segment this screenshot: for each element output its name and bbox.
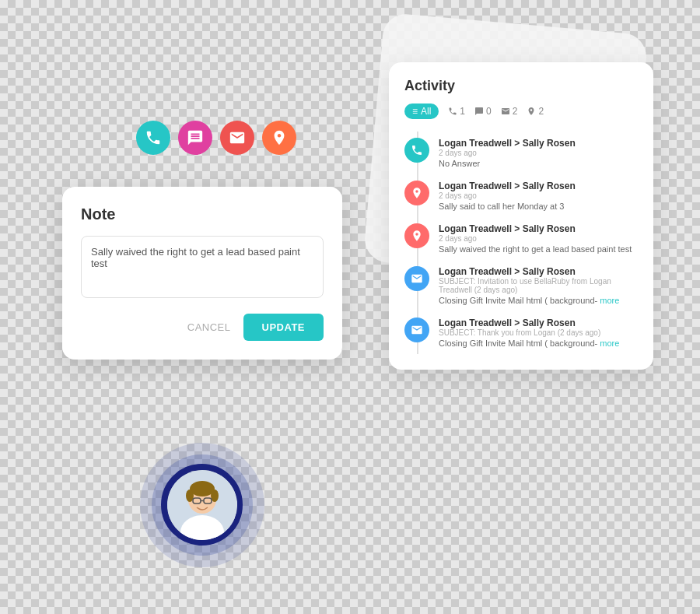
activity-body: Closing Gift Invite Mail html ( backgrou… (439, 296, 638, 305)
activity-content: Logan Treadwell > Sally Rosen 2 days ago… (439, 223, 638, 254)
chat-button[interactable] (178, 121, 212, 155)
activity-sender: Logan Treadwell > Sally Rosen (439, 318, 638, 328)
activity-sender: Logan Treadwell > Sally Rosen (439, 138, 638, 149)
activity-subject: SUBJECT: Invitation to use BellaRuby fro… (439, 277, 638, 294)
tab-email-count: 2 (513, 106, 518, 117)
note-textarea[interactable]: Sally waived the right to get a lead bas… (81, 236, 324, 298)
note-card: Note Sally waived the right to get a lea… (62, 187, 342, 360)
avatar-section (140, 443, 264, 567)
tab-phone-count: 1 (460, 106, 465, 117)
tab-all-label: All (421, 106, 431, 117)
email-button[interactable] (220, 121, 254, 155)
activity-tabs: ≡ All 1 0 2 2 (404, 104, 638, 119)
icon-buttons-row (136, 121, 296, 155)
cancel-button[interactable]: CANCEL (187, 321, 231, 333)
list-item: Logan Treadwell > Sally Rosen 2 days ago… (404, 132, 638, 174)
activity-content: Logan Treadwell > Sally Rosen 2 days ago… (439, 181, 638, 211)
tab-pin-count: 2 (538, 106, 544, 117)
activity-body: No Answer (439, 159, 638, 168)
filter-icon: ≡ (412, 106, 418, 117)
activity-time: 2 days ago (439, 149, 638, 157)
activity-sender: Logan Treadwell > Sally Rosen (439, 181, 638, 191)
pin-icon (404, 181, 429, 205)
avatar (167, 470, 237, 540)
activity-time: 2 days ago (439, 191, 638, 200)
activity-sender: Logan Treadwell > Sally Rosen (439, 266, 638, 277)
phone-button[interactable] (136, 121, 170, 155)
activity-body: Closing Gift Invite Mail html ( backgrou… (439, 339, 638, 348)
activity-title: Activity (404, 78, 638, 94)
tab-chat[interactable]: 0 (474, 106, 492, 117)
list-item: Logan Treadwell > Sally Rosen SUBJECT: I… (404, 260, 638, 311)
tab-all[interactable]: ≡ All (404, 104, 439, 119)
note-title: Note (81, 205, 324, 223)
pin-icon (404, 223, 429, 248)
activity-subject: SUBJECT: Thank you from Logan (2 days ag… (439, 328, 638, 337)
activity-body: Sally waived the right to get a lead bas… (439, 244, 638, 254)
tab-email[interactable]: 2 (501, 106, 518, 117)
activity-list: Logan Treadwell > Sally Rosen 2 days ago… (404, 132, 638, 354)
list-item: Logan Treadwell > Sally Rosen SUBJECT: T… (404, 311, 638, 354)
pin-button[interactable] (262, 121, 296, 155)
list-item: Logan Treadwell > Sally Rosen 2 days ago… (404, 217, 638, 260)
note-actions: CANCEL UPDATE (81, 314, 324, 341)
avatar-ring-inner (161, 464, 243, 546)
list-item: Logan Treadwell > Sally Rosen 2 days ago… (404, 174, 638, 217)
activity-panel: Activity ≡ All 1 0 2 2 (389, 62, 653, 370)
activity-content: Logan Treadwell > Sally Rosen 2 days ago… (439, 138, 638, 168)
update-button[interactable]: UPDATE (243, 314, 324, 341)
phone-icon (404, 138, 429, 163)
tab-phone[interactable]: 1 (448, 106, 465, 117)
email-icon (404, 266, 429, 291)
activity-body: Sally said to call her Monday at 3 (439, 202, 638, 211)
activity-sender: Logan Treadwell > Sally Rosen (439, 223, 638, 234)
email-icon (404, 318, 429, 342)
activity-content: Logan Treadwell > Sally Rosen SUBJECT: T… (439, 318, 638, 348)
tab-pin[interactable]: 2 (527, 106, 544, 117)
activity-content: Logan Treadwell > Sally Rosen SUBJECT: I… (439, 266, 638, 305)
activity-time: 2 days ago (439, 234, 638, 243)
more-link[interactable]: more (600, 339, 619, 348)
more-link[interactable]: more (600, 296, 619, 305)
tab-chat-count: 0 (486, 106, 492, 117)
